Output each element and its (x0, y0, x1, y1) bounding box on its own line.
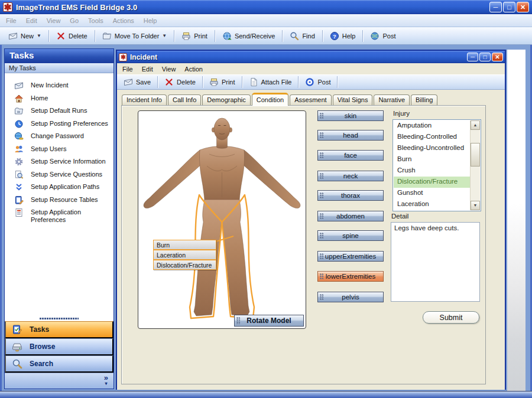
incident-close-button[interactable]: ✕ (492, 53, 503, 61)
find-button[interactable]: Find (286, 30, 318, 42)
body-part-lower-extremities-button[interactable]: lowerExtremities (317, 271, 384, 282)
injury-option[interactable]: Gunshot (394, 188, 470, 199)
move-dropdown-arrow[interactable]: ▼ (162, 33, 167, 38)
move-to-folder-button[interactable]: Move To Folder▼ (99, 30, 171, 42)
tab-incident-info[interactable]: Incident Info (122, 94, 167, 105)
menu-file[interactable]: File (6, 17, 17, 24)
users-icon (14, 145, 24, 154)
home-icon (14, 94, 24, 103)
tab-narrative[interactable]: Narrative (374, 94, 410, 105)
help-button[interactable]: ? Help (326, 30, 359, 42)
scroll-up-button[interactable]: ▲ (471, 120, 480, 130)
annotation-burn[interactable]: Burn (153, 240, 216, 250)
injury-option[interactable]: Burn (394, 154, 470, 165)
nav-tasks-button[interactable]: Tasks (5, 321, 113, 338)
menu-view[interactable]: View (47, 17, 61, 24)
main-toolbar: New▼ Delete Move To Folder▼ Print Send/R… (0, 27, 532, 45)
minimize-button[interactable]: ─ (489, 2, 502, 12)
incident-menu-action[interactable]: Action (184, 66, 203, 73)
body-model-panel[interactable]: Burn Laceration Dislocation/Fracture Rot… (138, 110, 306, 329)
injury-listbox[interactable]: Amputation Bleeding-Controlled Bleeding-… (392, 119, 481, 211)
delete-button[interactable]: Delete (53, 30, 91, 42)
tab-call-info[interactable]: Call Info (168, 94, 201, 105)
body-part-spine-button[interactable]: spine (317, 230, 384, 241)
window-bottom-border (0, 391, 532, 398)
print-button[interactable]: Print (178, 30, 211, 42)
incident-menu-view[interactable]: View (162, 66, 176, 73)
submit-button[interactable]: Submit (423, 311, 479, 324)
post-button[interactable]: Post (366, 30, 399, 42)
body-part-skin-button[interactable]: skin (317, 110, 384, 121)
sidebar-item-setup-resource-tables[interactable]: Setup Resource Tables (14, 196, 111, 205)
body-part-neck-button[interactable]: neck (317, 171, 384, 181)
save-button[interactable]: Save (120, 76, 154, 88)
scroll-thumb[interactable] (471, 143, 480, 167)
injury-scrollbar[interactable]: ▲ ▼ (470, 120, 480, 210)
mdi-background-watermark (507, 50, 525, 391)
menu-help[interactable]: Help (144, 17, 157, 24)
delete-x-icon (56, 31, 66, 41)
injury-option[interactable]: Bleeding-Controlled (394, 132, 470, 143)
attach-file-icon (249, 77, 258, 87)
incident-print-button[interactable]: Print (206, 76, 239, 88)
menu-actions[interactable]: Actions (113, 17, 134, 24)
injury-option[interactable]: Crush (394, 165, 470, 177)
body-part-head-button[interactable]: head (317, 130, 384, 141)
maximize-button[interactable]: □ (503, 2, 515, 12)
nav-search-button[interactable]: Search (5, 355, 113, 373)
incident-minimize-button[interactable]: ─ (467, 53, 478, 61)
sidebar-item-new-incident[interactable]: New Incident (14, 81, 111, 90)
annotation-laceration[interactable]: Laceration (153, 250, 216, 260)
tab-billing[interactable]: Billing (411, 94, 437, 105)
sidebar-item-setup-users[interactable]: Setup Users (14, 145, 111, 154)
annotation-dislocation-fracture[interactable]: Dislocation/Fracture (153, 260, 216, 270)
tab-condition[interactable]: Condition (252, 93, 288, 106)
menu-go[interactable]: Go (70, 17, 79, 24)
attach-file-button[interactable]: Attach File (245, 76, 296, 88)
tasks-panel: Tasks My Tasks New Incident Home Setup D… (4, 48, 114, 389)
human-figure[interactable] (138, 111, 306, 328)
body-part-abdomen-button[interactable]: abdomen (317, 211, 384, 221)
sidebar-item-setup-service-information[interactable]: Setup Service Information (14, 158, 111, 167)
incident-menu-file[interactable]: File (122, 66, 133, 73)
new-dropdown-arrow[interactable]: ▼ (37, 33, 41, 38)
sidebar-item-change-password[interactable]: Change Password (14, 132, 111, 141)
body-part-thorax-button[interactable]: thorax (317, 190, 384, 201)
nav-overflow-chevron[interactable]: »▾ (104, 374, 108, 387)
sidebar-item-setup-default-runs[interactable]: Setup Default Runs (14, 107, 111, 116)
my-tasks-header: My Tasks (5, 63, 113, 73)
tab-strip: Incident Info Call Info Demographic Cond… (122, 92, 437, 105)
left-arm (144, 150, 202, 208)
sidebar-item-setup-application-paths[interactable]: Setup Application Paths (14, 183, 111, 192)
panel-resize-grip[interactable] (5, 316, 113, 321)
menu-edit[interactable]: Edit (26, 17, 37, 24)
sidebar-item-setup-application-preferences[interactable]: Setup Application Preferences (14, 208, 111, 224)
drag-grip (320, 273, 324, 279)
close-button[interactable]: ✕ (517, 2, 529, 12)
body-part-upper-extremities-button[interactable]: upperExtremities (317, 251, 384, 262)
sidebar-item-setup-service-questions[interactable]: Setup Service Questions (14, 171, 111, 180)
nav-browse-button[interactable]: Browse (5, 338, 113, 355)
sidebar-item-setup-posting-preferences[interactable]: Setup Posting Preferences (14, 120, 111, 129)
svg-text:?: ? (333, 32, 336, 39)
menu-tools[interactable]: Tools (88, 17, 103, 24)
incident-post-button[interactable]: Post (301, 76, 334, 88)
detail-textarea[interactable]: Legs have deep cuts. (391, 222, 480, 302)
injury-option[interactable]: Amputation (394, 120, 470, 132)
injury-option[interactable]: Laceration (394, 199, 470, 210)
incident-delete-button[interactable]: Delete (161, 76, 199, 88)
new-button[interactable]: New▼ (5, 30, 45, 42)
injury-option-selected[interactable]: Dislocation/Fracture (394, 177, 470, 188)
incident-menu-edit[interactable]: Edit (142, 66, 153, 73)
rotate-model-button[interactable]: Rotate Model (234, 315, 304, 327)
sidebar-item-home[interactable]: Home (14, 94, 111, 103)
incident-maximize-button[interactable]: □ (479, 53, 491, 61)
body-part-pelvis-button[interactable]: pelvis (317, 292, 384, 302)
body-part-face-button[interactable]: face (317, 150, 384, 161)
injury-option[interactable]: Bleeding-Uncontrolled (394, 143, 470, 154)
tab-assesment[interactable]: Assesment (290, 94, 331, 105)
tab-vital-signs[interactable]: Vital Signs (333, 94, 373, 105)
scroll-down-button[interactable]: ▼ (471, 201, 480, 210)
send-receive-button[interactable]: Send/Receive (219, 30, 279, 42)
tab-demographic[interactable]: Demographic (202, 94, 250, 105)
